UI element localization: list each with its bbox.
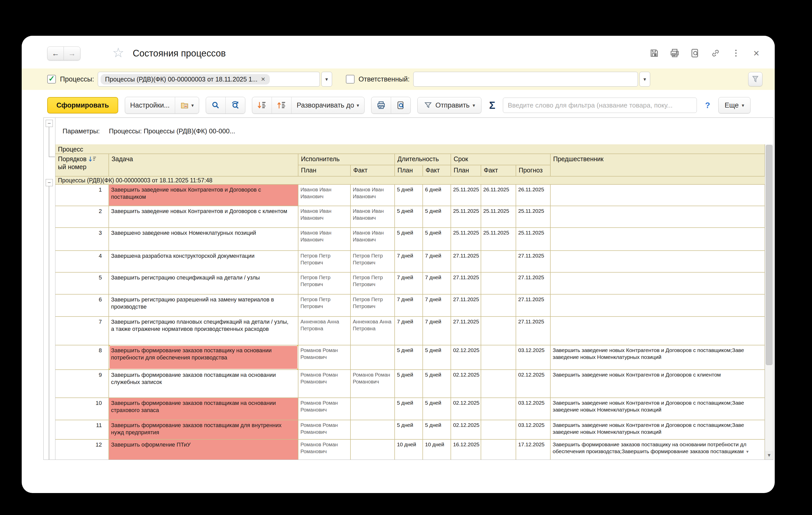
expand-all-button[interactable] — [252, 97, 271, 113]
cell-predecessor[interactable] — [551, 185, 765, 206]
vertical-scrollbar[interactable]: ▼ — [765, 144, 773, 460]
cell-duration-fact[interactable]: 7 дней — [423, 295, 451, 317]
cell-order-number[interactable]: 9 — [55, 370, 109, 398]
cell-order-number[interactable]: 5 — [55, 273, 109, 295]
remove-tag-icon[interactable]: × — [261, 76, 265, 83]
cell-term-plan[interactable]: 02.12.2025 — [451, 398, 481, 420]
cell-predecessor[interactable] — [551, 228, 765, 251]
header-predecessor[interactable]: Предшественник — [551, 154, 765, 177]
cell-term-fact[interactable] — [481, 370, 516, 398]
cell-executor-plan[interactable]: Иванов Иван Иванович — [298, 185, 351, 206]
cell-executor-fact[interactable]: Петров Петр Петрович — [351, 251, 395, 273]
cell-order-number[interactable]: 7 — [55, 317, 109, 345]
forward-button[interactable]: → — [64, 47, 80, 60]
cell-duration-fact[interactable]: 6 дней — [423, 185, 451, 206]
cell-duration-fact[interactable]: 7 дней — [423, 251, 451, 273]
cell-duration-fact[interactable]: 5 дней — [423, 398, 451, 420]
cell-task[interactable]: Завершить оформление ПТиУ — [109, 440, 298, 460]
cell-task[interactable]: Завершить регистрацию плановых специфика… — [109, 317, 298, 345]
cell-term-fact[interactable]: 26.11.2025 — [481, 185, 516, 206]
collapse-params-toggle[interactable]: − — [46, 120, 53, 127]
cell-forecast[interactable]: 25.11.2025 — [516, 228, 551, 251]
cell-duration-plan[interactable]: 5 дней — [395, 345, 423, 370]
more-actions-button[interactable] — [730, 48, 742, 59]
cell-term-plan[interactable]: 16.12.2025 — [451, 440, 481, 460]
report-variants-button[interactable]: ▾ — [175, 97, 199, 113]
cell-duration-fact[interactable]: 7 дней — [423, 317, 451, 345]
print-preview-toolbar-button[interactable] — [391, 97, 410, 113]
cell-term-plan[interactable]: 25.11.2025 — [451, 228, 481, 251]
cell-predecessor[interactable]: Завершить заведение новых Контрагентов и… — [551, 345, 765, 370]
cell-term-plan[interactable]: 02.12.2025 — [451, 345, 481, 370]
cell-duration-plan[interactable]: 5 дней — [395, 370, 423, 398]
header-duration-plan[interactable]: План — [395, 165, 423, 177]
cell-executor-fact[interactable]: Анненкова Анна Петровна — [351, 317, 395, 345]
get-link-button[interactable] — [710, 48, 721, 59]
cell-executor-plan[interactable]: Романов Роман Романович — [298, 398, 351, 420]
cell-task[interactable]: Завершить формирование заказов поставщик… — [109, 398, 298, 420]
responsible-dropdown-button[interactable]: ▾ — [639, 72, 650, 87]
cell-forecast[interactable]: 03.12.2025 — [516, 345, 551, 370]
cell-task[interactable]: Завершить формирование заказов поставщик… — [109, 370, 298, 398]
cell-duration-fact[interactable]: 10 дней — [423, 440, 451, 460]
responsible-filter-checkbox[interactable] — [346, 75, 354, 84]
cell-duration-plan[interactable]: 7 дней — [395, 273, 423, 295]
header-term[interactable]: Срок — [451, 154, 551, 165]
autosum-button[interactable]: Σ — [488, 100, 496, 111]
cell-forecast[interactable]: 27.11.2025 — [516, 273, 551, 295]
cell-executor-fact[interactable]: Петров Петр Петрович — [351, 295, 395, 317]
cell-executor-plan[interactable]: Петров Петр Петрович — [298, 273, 351, 295]
cell-forecast[interactable]: 02.12.2025 — [516, 370, 551, 398]
cell-predecessor[interactable] — [551, 206, 765, 228]
cell-term-fact[interactable] — [481, 398, 516, 420]
cell-executor-fact[interactable]: Романов Роман Романович — [351, 370, 395, 398]
cell-duration-plan[interactable]: 5 дней — [395, 398, 423, 420]
cell-predecessor[interactable] — [551, 273, 765, 295]
cell-executor-plan[interactable]: Анненкова Анна Петровна — [298, 317, 351, 345]
save-button[interactable] — [649, 48, 660, 59]
send-button[interactable]: Отправить ▾ — [417, 97, 482, 113]
processes-combo[interactable]: Процессы (РДВ)(ФК) 00-00000003 от 18.11.… — [98, 72, 320, 87]
cell-duration-fact[interactable]: 5 дней — [423, 228, 451, 251]
print-toolbar-button[interactable] — [371, 97, 391, 113]
cell-duration-fact[interactable]: 7 дней — [423, 273, 451, 295]
search-next-button[interactable] — [225, 97, 245, 113]
cell-duration-plan[interactable]: 5 дней — [395, 228, 423, 251]
header-forecast[interactable]: Прогноз — [516, 165, 551, 177]
cell-term-fact[interactable] — [481, 317, 516, 345]
favorite-star-icon[interactable]: ☆ — [112, 46, 124, 59]
cell-predecessor[interactable]: Завершить заведение новых Контрагентов и… — [551, 420, 765, 440]
back-button[interactable]: ← — [48, 47, 64, 60]
scrollbar-thumb[interactable] — [766, 145, 773, 365]
cell-predecessor[interactable] — [551, 317, 765, 345]
cell-order-number[interactable]: 10 — [55, 398, 109, 420]
header-executor[interactable]: Исполнитель — [298, 154, 395, 165]
cell-executor-plan[interactable]: Петров Петр Петрович — [298, 251, 351, 273]
cell-duration-plan[interactable]: 5 дней — [395, 206, 423, 228]
cell-task[interactable]: Завершить регистрацию разрешений на заме… — [109, 295, 298, 317]
cell-duration-fact[interactable]: 5 дней — [423, 345, 451, 370]
cell-task[interactable]: Завершить заведение новых Контрагентов и… — [109, 206, 298, 228]
cell-forecast[interactable]: 03.12.2025 — [516, 420, 551, 440]
cell-executor-fact[interactable] — [351, 440, 395, 460]
cell-task[interactable]: Завершить формирование заказов поставщик… — [109, 420, 298, 440]
cell-term-plan[interactable]: 25.11.2025 — [451, 185, 481, 206]
print-button[interactable] — [669, 48, 680, 59]
cell-term-fact[interactable] — [481, 345, 516, 370]
cell-forecast[interactable]: 27.11.2025 — [516, 317, 551, 345]
cell-duration-plan[interactable]: 5 дней — [395, 185, 423, 206]
cell-executor-plan[interactable]: Петров Петр Петрович — [298, 295, 351, 317]
cell-term-fact[interactable] — [481, 251, 516, 273]
header-process[interactable]: Процесс — [55, 144, 765, 154]
cell-forecast[interactable]: 03.12.2025 — [516, 398, 551, 420]
generate-button[interactable]: Сформировать — [47, 97, 118, 113]
close-button[interactable]: × — [751, 48, 762, 59]
print-preview-button[interactable] — [690, 48, 701, 59]
cell-duration-plan[interactable]: 7 дней — [395, 317, 423, 345]
search-button[interactable] — [206, 97, 225, 113]
cell-term-plan[interactable]: 25.11.2025 — [451, 206, 481, 228]
header-term-plan[interactable]: План — [451, 165, 481, 177]
expand-to-button[interactable]: Разворачивать до ▾ — [291, 97, 364, 113]
cell-term-plan[interactable]: 27.11.2025 — [451, 317, 481, 345]
cell-term-fact[interactable] — [481, 273, 516, 295]
